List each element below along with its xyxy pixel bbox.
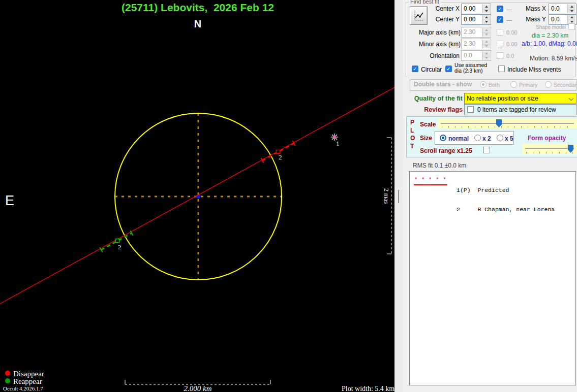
plot-legend: Disappear Reappear [5, 370, 44, 385]
ab-dmag-text: a/b: 1.00, dMag: 0.00 [522, 40, 577, 47]
scale-slider[interactable] [438, 119, 577, 128]
size-x5-label: x 5 [505, 135, 513, 142]
star-marker-icon: 1 [331, 134, 340, 147]
scroll-range-label: Scroll range x1.25 [420, 147, 472, 154]
minor-axis-checkbox [497, 41, 503, 47]
double-stars-title: Double stars - show [414, 81, 472, 88]
scale-label: Scale [420, 121, 436, 128]
minor-axis-label: Minor axis (km) [419, 41, 460, 48]
spin-down-icon[interactable] [482, 9, 490, 14]
review-flags-label: Review flags [422, 106, 463, 113]
orientation-label: Orientation [419, 52, 460, 59]
plot-title: (25711) Lebovits, 2026 Feb 12 [122, 2, 274, 13]
double-stars-primary-label: Primary [519, 82, 537, 88]
scroll-range-checkbox[interactable] [483, 147, 490, 153]
legend-reappear-label: Reappear [13, 377, 42, 385]
size-label: Size [420, 135, 432, 142]
center-x-dashes: --- [506, 6, 512, 12]
chord-line-samples [410, 172, 455, 189]
reappear-chord-number: 2 [118, 243, 122, 251]
use-assumed-checkbox[interactable] [445, 66, 452, 72]
center-x-label: Center X [427, 5, 460, 12]
review-flags-text: 0 items are tagged for review [477, 106, 556, 113]
disappear-marker-group: 2 [261, 141, 295, 163]
circular-checkbox[interactable] [412, 66, 418, 72]
find-best-fit-title: Find best fit [409, 0, 441, 5]
size-normal-radio[interactable] [440, 135, 446, 141]
center-x-spinner[interactable]: 0.00 [461, 4, 491, 14]
mass-x-spinner[interactable]: 0.0 [549, 4, 576, 14]
reappear-dot-icon [5, 378, 10, 383]
circular-label: Circular [421, 66, 442, 73]
quality-combobox[interactable]: No reliable position or size [464, 93, 576, 104]
mass-y-label: Mass Y [521, 16, 546, 23]
orientation-spinner: 0.0 [461, 50, 491, 61]
disappear-chord-number: 2 [279, 153, 282, 161]
mas-scale-bracket: 2 mas [383, 138, 391, 254]
center-y-dashes: --- [506, 17, 512, 23]
spin-down-icon[interactable] [568, 9, 575, 14]
mas-scale-label: 2 mas [383, 188, 390, 204]
size-x2-label: x 2 [482, 135, 491, 142]
chord-line [0, 87, 394, 304]
east-label: E [5, 193, 14, 208]
plot-width-label: Plot width: 5.4 km [342, 385, 394, 392]
center-y-checkbox[interactable] [497, 16, 503, 23]
size-normal-label: normal [448, 135, 469, 142]
motion-text: Motion: 8.59 km/s [530, 55, 577, 62]
form-opacity-slider[interactable] [522, 144, 577, 154]
reappear-point-square [116, 239, 119, 243]
major-axis-checkbox [497, 29, 503, 36]
size-radio-group: normal x 2 x 5 [435, 131, 514, 145]
major-axis-label: Major axis (km) [419, 29, 460, 36]
shape-model-checkbox [568, 23, 575, 30]
form-opacity-label: Form opacity [528, 135, 566, 142]
orientation-sigma: 0.0 [506, 53, 514, 59]
occult-fit-window: { "plot": { "title": "(25711) Lebovits, … [0, 0, 577, 392]
star-chord-number: 1 [336, 140, 340, 147]
major-axis-sigma: 0.00 [506, 29, 517, 36]
chord-row-predicted[interactable]: 1(P) Predicted [457, 187, 555, 194]
center-y-spinner[interactable]: 0.00 [461, 14, 491, 25]
km-scale-bar: 2.000 km [125, 380, 270, 392]
double-stars-both-radio [480, 81, 487, 88]
double-stars-secondary-radio [545, 81, 552, 88]
occultation-plot-canvas[interactable]: 2 2 1 2 mas [0, 0, 394, 392]
quality-label: Quality of the fit [406, 95, 463, 102]
review-flags-box: 0 items are tagged for review [464, 104, 576, 115]
shape-model-label: Shape model [535, 24, 566, 30]
spin-down-icon[interactable] [482, 20, 490, 24]
km-scale-label: 2.000 km [184, 384, 212, 392]
center-y-label: Center Y [427, 16, 460, 23]
use-assumed-label: Use assumed dia (2.3 km) [454, 62, 487, 74]
chord-listbox[interactable]: 1(P) Predicted 2 R Chapman, near Lorena [409, 171, 576, 385]
center-x-checkbox[interactable] [497, 6, 503, 12]
rms-fit-text: RMS fit 0.1 ±0.0 km [413, 162, 466, 169]
double-stars-both-label: Both [489, 82, 500, 88]
minor-axis-sigma: 0.00 [506, 41, 517, 47]
disappear-dot-icon [5, 371, 10, 376]
splitter-handle-icon [398, 190, 399, 203]
mass-x-label: Mass X [521, 5, 546, 12]
chevron-down-icon [569, 96, 574, 101]
panel-splitter[interactable] [394, 0, 403, 392]
chord-row-observer2[interactable]: 2 R Chapman, near Lorena [457, 207, 555, 213]
include-miss-label: Include Miss events [507, 66, 561, 73]
double-stars-secondary-label: Secondary [554, 82, 577, 88]
version-label: Occult 4.2026.1.7 [3, 385, 43, 391]
size-x2-radio[interactable] [474, 135, 481, 141]
plot-svg: 2 2 1 2 mas [0, 0, 394, 392]
plot-group-letters: P L O T [410, 119, 415, 150]
dia-text: dia = 2.30 km [525, 32, 575, 39]
north-label: N [194, 18, 201, 29]
scatter-chart-icon [413, 10, 425, 22]
major-axis-spinner: 2.30 [461, 27, 491, 38]
review-flags-checkbox[interactable] [467, 106, 474, 113]
fit-chart-button[interactable] [410, 6, 428, 25]
chord-list-rows: 1(P) Predicted 2 R Chapman, near Lorena [457, 175, 555, 225]
size-x5-radio[interactable] [497, 135, 503, 141]
quality-value: No reliable position or size [467, 95, 538, 102]
include-miss-checkbox[interactable] [498, 66, 505, 72]
legend-disappear-label: Disappear [13, 370, 44, 378]
minor-axis-spinner: 2.30 [461, 39, 491, 49]
